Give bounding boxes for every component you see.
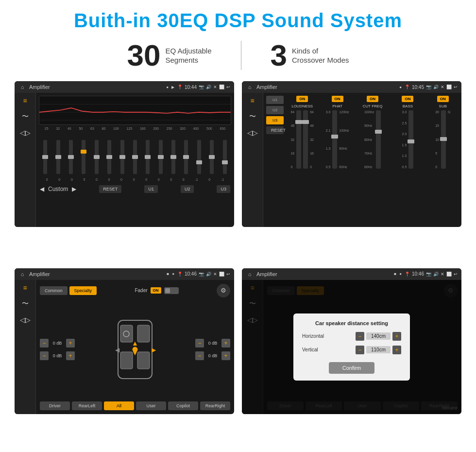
vol-icon-2[interactable]: ◁▷ [247, 129, 258, 137]
reset-btn-2[interactable]: RESET [266, 126, 284, 134]
copilot-btn-3[interactable]: Copilot [168, 401, 198, 410]
db-minus-fl[interactable]: − [40, 339, 49, 348]
on-badge-sub: ON [437, 96, 449, 102]
db-plus-fl[interactable]: + [66, 339, 75, 348]
tab-specialty-3[interactable]: Specialty [69, 286, 97, 295]
eq-icon-3[interactable]: ≡ [23, 284, 27, 292]
window-icon-4: ⬜ [446, 272, 452, 277]
sub-labels: 20151050 [435, 110, 439, 169]
vol-icon-3[interactable]: ◁▷ [20, 316, 31, 324]
channel-name-cutfreq: CUT FREQ [363, 104, 383, 108]
status-bar-4: ⌂ Amplifier ■ ● 📍 10:46 📷 🔊 ✕ ⬜ ↩ [242, 268, 461, 280]
on-badge-bass: ON [402, 96, 413, 102]
prev-btn[interactable]: ◀ [40, 186, 44, 192]
user-btn-3[interactable]: User [136, 401, 166, 410]
svg-text:◀: ◀ [115, 347, 120, 353]
preset-u3[interactable]: U3 [266, 116, 284, 124]
fader-slider-track[interactable] [164, 287, 179, 294]
db-value-fr: 0 dB [206, 341, 220, 346]
dot-icon-3b: ● [172, 272, 174, 276]
fader-main: Common Specialty Fader ON ⚙ [36, 280, 234, 414]
pin-icon-2: 📍 [405, 85, 410, 89]
camera-icon-3: 📷 [199, 272, 204, 277]
dialog-overlay: Car speaker distance setting Horizontal … [242, 280, 461, 414]
horizontal-value: 140cm [366, 332, 391, 340]
db-minus-fr[interactable]: − [195, 339, 204, 348]
pin-icon-4: 📍 [405, 272, 410, 277]
phat-labels-r: 120Hz100Hz80Hz60Hz [339, 110, 349, 169]
eq-slider-0 [43, 140, 47, 174]
db-value-rr: 0 dB [206, 353, 220, 358]
close-icon-4: ✕ [441, 272, 444, 277]
next-btn[interactable]: ▶ [72, 186, 76, 192]
sub-slider[interactable] [441, 110, 446, 169]
screen4-content: ≡ 〜 ◁▷ Common Specialty ⚙ Driver [242, 280, 461, 414]
eq-icon-2[interactable]: ≡ [250, 97, 254, 104]
rearleft-btn-3[interactable]: RearLeft [72, 401, 102, 410]
screen1-title: Amplifier [29, 84, 163, 90]
left-sidebar-3: ≡ 〜 ◁▷ [15, 280, 36, 414]
eq-icon[interactable]: ≡ [23, 97, 27, 104]
db-plus-rl[interactable]: + [66, 351, 75, 360]
fader-on[interactable]: ON [151, 287, 161, 294]
screens-grid: ⌂ Amplifier ● ▶ 📍 10:44 📷 🔊 ✕ ⬜ ↩ ≡ 〜 [15, 81, 461, 447]
eq-slider-6 [120, 140, 124, 174]
wave-icon-2[interactable]: 〜 [249, 112, 256, 121]
rearright-btn-3[interactable]: RearRight [200, 401, 230, 410]
db-minus-rl[interactable]: − [40, 351, 49, 360]
db-plus-rr[interactable]: + [221, 351, 230, 360]
bass-slider[interactable] [408, 110, 413, 169]
phat-slider[interactable] [332, 110, 337, 169]
db-plus-fr[interactable]: + [221, 339, 230, 348]
vertical-minus[interactable]: − [356, 346, 364, 354]
vertical-value: 110cm [366, 346, 391, 353]
reset-btn-1[interactable]: RESET [99, 185, 121, 193]
preset-u2[interactable]: U2 [266, 106, 284, 114]
vertical-plus[interactable]: + [392, 346, 401, 354]
eq-slider-13 [210, 140, 214, 174]
fader-label-row: Fader ON [135, 287, 178, 294]
cutfreq-slider[interactable] [376, 110, 381, 169]
vertical-control: − 110cm + [356, 346, 401, 354]
horizontal-minus[interactable]: − [356, 332, 364, 341]
eq-slider-7 [133, 140, 137, 174]
home-icon-1[interactable]: ⌂ [18, 83, 26, 91]
svg-rect-4 [120, 325, 133, 342]
driver-btn-3[interactable]: Driver [40, 401, 70, 410]
confirm-button[interactable]: Confirm [329, 362, 375, 374]
volume-icon-3: 🔊 [206, 272, 211, 277]
amp-main: U1 U2 U3 RESET ON LOUDNESS [263, 93, 461, 227]
home-icon-3[interactable]: ⌂ [18, 270, 26, 278]
channel-name-phat: PHAT [332, 104, 342, 108]
dot-icon-4: ■ [394, 272, 396, 276]
eq-values-row: 000500000000-10-1 [39, 178, 231, 181]
wave-icon-3[interactable]: 〜 [22, 299, 29, 308]
channel-name-loudness: LOUDNESS [291, 104, 313, 108]
volume-icon-4: 🔊 [433, 272, 439, 277]
time-2: 10:45 [412, 85, 424, 90]
tab-common-3[interactable]: Common [40, 286, 68, 295]
svg-text:▶: ▶ [152, 347, 156, 353]
preset-u1[interactable]: U1 [266, 96, 284, 104]
phat-slider-area: 3.02.11.30.5 120Hz100Hz80Hz60Hz [326, 110, 349, 169]
pin-icon-1: 📍 [177, 85, 183, 89]
channel-bass: ON BASS 3.02.52.01.51.00.5 [392, 96, 423, 169]
db-minus-rr[interactable]: − [195, 351, 204, 360]
screen-amp: ⌂ Amplifier ● 📍 10:45 📷 🔊 ✕ ⬜ ↩ ≡ 〜 ◁▷ [242, 81, 461, 227]
home-icon-4[interactable]: ⌂ [246, 270, 254, 278]
settings-btn[interactable]: ⚙ [217, 284, 230, 297]
preset-custom-label: Custom [48, 186, 68, 192]
all-btn-3[interactable]: All [104, 401, 134, 410]
u1-btn[interactable]: U1 [144, 185, 158, 193]
eq-slider-10 [171, 140, 175, 174]
loudness-slider-2[interactable] [303, 110, 308, 169]
u2-btn[interactable]: U2 [181, 185, 194, 193]
u3-btn[interactable]: U3 [217, 185, 230, 193]
eq-slider-12 [197, 140, 201, 174]
wave-icon-1[interactable]: 〜 [22, 112, 29, 121]
vol-icon-1[interactable]: ◁▷ [20, 129, 31, 137]
horizontal-plus[interactable]: + [392, 332, 401, 341]
home-icon-2[interactable]: ⌂ [246, 83, 254, 91]
loudness-slider[interactable] [296, 110, 301, 169]
eq-slider-4 [95, 140, 99, 174]
